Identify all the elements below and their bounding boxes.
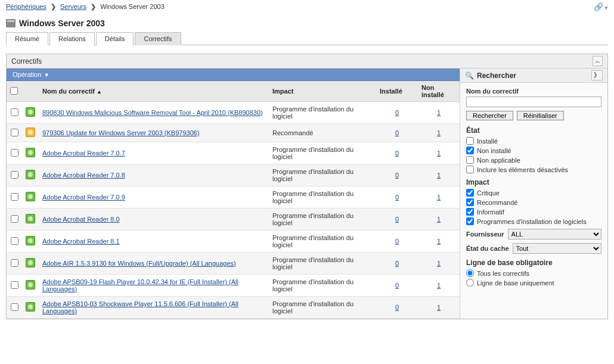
state-checkbox[interactable] (466, 147, 474, 154)
state-checkbox[interactable] (466, 156, 474, 164)
state-label: Inclure les éléments désactivés (477, 166, 568, 173)
vendor-select[interactable]: ALL (508, 229, 601, 239)
impact-label: Critique (477, 189, 500, 197)
impact-cell: Programme d'installation du logiciel (269, 102, 376, 124)
patch-name-link[interactable]: Adobe AIR 1.5.3.9130 for Windows (Full/U… (42, 260, 236, 267)
impact-cell: Programme d'installation du logiciel (269, 142, 376, 164)
table-row: Adobe Acrobat Reader 7.0.9Programme d'in… (7, 186, 460, 209)
operation-menu[interactable]: Opération ▼ (7, 69, 460, 81)
patch-name-link[interactable]: Adobe Acrobat Reader 7.0.8 (42, 172, 125, 179)
not-installed-count-link[interactable]: 1 (437, 238, 441, 245)
state-label: Installé (477, 138, 498, 145)
tab-résumé[interactable]: Résumé (6, 32, 48, 45)
not-installed-count-link[interactable]: 1 (437, 194, 441, 201)
patch-name-link[interactable]: Adobe Acrobat Reader 7.0.9 (42, 194, 125, 201)
not-installed-count-link[interactable]: 1 (437, 129, 441, 136)
col-installed-header[interactable]: Installé (376, 81, 418, 102)
impact-cell: Programme d'installation du logiciel (269, 209, 376, 231)
row-checkbox[interactable] (11, 259, 18, 267)
table-row: 890830 Windows Malicious Software Remova… (7, 102, 460, 124)
expand-button[interactable]: 》 (591, 70, 603, 80)
reset-button[interactable]: Réinitialiser (517, 111, 564, 120)
patch-name-link[interactable]: Adobe APSB09-19 Flash Player 10.0.42.34 … (42, 278, 238, 293)
not-installed-count-link[interactable]: 1 (437, 304, 441, 311)
baseline-radio[interactable] (466, 269, 474, 277)
impact-checkbox[interactable] (466, 208, 474, 216)
row-checkbox[interactable] (11, 215, 18, 223)
impact-checkbox[interactable] (466, 189, 474, 197)
installed-count-link[interactable]: 0 (395, 260, 399, 267)
state-label: Non installé (477, 147, 511, 154)
not-installed-count-link[interactable]: 1 (437, 172, 441, 179)
impact-checkbox[interactable] (466, 217, 474, 225)
select-all-checkbox[interactable] (10, 87, 18, 95)
not-installed-count-link[interactable]: 1 (437, 150, 441, 157)
impact-cell: Programme d'installation du logiciel (269, 275, 376, 297)
patch-name-link[interactable]: Adobe Acrobat Reader 7.0.7 (42, 150, 125, 157)
installed-count-link[interactable]: 0 (395, 172, 399, 179)
installed-count-link[interactable]: 0 (395, 238, 399, 245)
link-icon[interactable]: 🔗▼ (594, 2, 608, 11)
impact-cell: Programme d'installation du logiciel (269, 186, 376, 209)
patch-icon (26, 192, 35, 201)
not-installed-count-link[interactable]: 1 (437, 216, 441, 223)
search-input[interactable] (466, 97, 601, 107)
search-panel-title: Rechercher (477, 71, 516, 80)
baseline-radio[interactable] (466, 279, 474, 287)
table-row: Adobe Acrobat Reader 7.0.7Programme d'in… (7, 142, 460, 164)
installed-count-link[interactable]: 0 (395, 194, 399, 201)
patch-icon (26, 148, 35, 157)
patch-name-link[interactable]: Adobe Acrobat Reader 8.1 (42, 238, 120, 245)
row-checkbox[interactable] (11, 149, 18, 157)
patch-name-link[interactable]: Adobe APSB10-03 Shockwave Player 11.5.6.… (42, 300, 238, 315)
state-checkbox[interactable] (466, 166, 474, 173)
row-checkbox[interactable] (11, 281, 18, 289)
not-installed-count-link[interactable]: 1 (437, 109, 441, 116)
row-checkbox[interactable] (11, 171, 18, 179)
row-checkbox[interactable] (11, 129, 18, 136)
patch-icon (26, 170, 35, 179)
installed-count-link[interactable]: 0 (395, 109, 399, 116)
table-row: Adobe Acrobat Reader 8.0Programme d'inst… (7, 209, 460, 231)
installed-count-link[interactable]: 0 (395, 282, 399, 289)
not-installed-count-link[interactable]: 1 (437, 282, 441, 289)
row-checkbox[interactable] (11, 237, 18, 245)
installed-count-link[interactable]: 0 (395, 304, 399, 311)
patch-icon (26, 258, 35, 267)
installed-count-link[interactable]: 0 (395, 216, 399, 223)
col-name-header[interactable]: Nom du correctif▲ (39, 81, 269, 102)
impact-cell: Programme d'installation du logiciel (269, 231, 376, 253)
page-title: Windows Server 2003 (19, 18, 105, 28)
patch-name-link[interactable]: Adobe Acrobat Reader 8.0 (42, 216, 120, 223)
breadcrumb-current: Windows Server 2003 (100, 3, 165, 10)
patch-name-link[interactable]: 890830 Windows Malicious Software Remova… (42, 109, 263, 116)
table-row: Adobe Acrobat Reader 7.0.8Programme d'in… (7, 164, 460, 186)
row-checkbox[interactable] (11, 303, 18, 311)
impact-checkbox[interactable] (466, 198, 474, 206)
tab-bar: RésuméRelationsDétailsCorrectifs (6, 32, 608, 45)
impact-cell: Programme d'installation du logiciel (269, 297, 376, 319)
impact-cell: Programme d'installation du logiciel (269, 164, 376, 186)
table-row: Adobe APSB09-19 Flash Player 10.0.42.34 … (7, 275, 460, 297)
tab-correctifs[interactable]: Correctifs (135, 32, 181, 45)
col-notinstalled-header[interactable]: Non installé (418, 81, 460, 102)
tab-détails[interactable]: Détails (96, 32, 134, 45)
cache-state-select[interactable]: Tout (513, 243, 601, 254)
server-icon (6, 19, 15, 27)
tab-relations[interactable]: Relations (49, 32, 95, 45)
patch-name-link[interactable]: 979306 Update for Windows Server 2003 (K… (42, 129, 200, 136)
not-installed-count-link[interactable]: 1 (437, 260, 441, 267)
search-button[interactable]: Rechercher (466, 111, 513, 120)
col-impact-header[interactable]: Impact (269, 81, 376, 102)
patch-icon (26, 127, 35, 137)
collapse-button[interactable]: ︽ (593, 56, 603, 66)
breadcrumb-link[interactable]: Serveurs (60, 3, 86, 10)
impact-cell: Recommandé (269, 124, 376, 142)
breadcrumb-link[interactable]: Périphériques (6, 3, 46, 10)
installed-count-link[interactable]: 0 (395, 129, 399, 136)
row-checkbox[interactable] (11, 193, 18, 201)
state-checkbox[interactable] (466, 137, 474, 145)
patch-icon (26, 302, 35, 312)
installed-count-link[interactable]: 0 (395, 150, 399, 157)
row-checkbox[interactable] (11, 108, 18, 116)
